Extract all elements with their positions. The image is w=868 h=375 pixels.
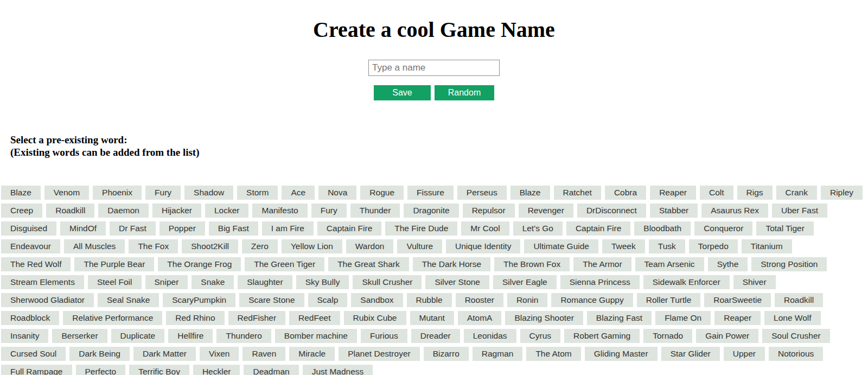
word-chip[interactable]: Rigs — [737, 186, 773, 200]
word-chip[interactable]: Locker — [205, 204, 249, 218]
word-chip[interactable]: Leonidas — [464, 329, 516, 343]
word-chip[interactable]: Planet Destroyer — [339, 347, 419, 361]
word-chip[interactable]: Bomber machine — [275, 329, 357, 343]
word-chip[interactable]: Red Rhino — [166, 311, 224, 325]
word-chip[interactable]: The Purple Bear — [74, 257, 154, 271]
word-chip[interactable]: Sandbox — [351, 293, 403, 307]
word-chip[interactable]: Wardon — [346, 239, 394, 253]
word-chip[interactable]: Perseus — [457, 186, 507, 200]
word-chip[interactable]: Heckler — [193, 365, 240, 375]
word-chip[interactable]: Revenger — [519, 204, 573, 218]
word-chip[interactable]: Tusk — [649, 239, 685, 253]
word-chip[interactable]: The Green Tiger — [245, 257, 324, 271]
word-chip[interactable]: Scare Stone — [239, 293, 304, 307]
word-chip[interactable]: Snake — [192, 275, 234, 289]
word-chip[interactable]: Sky Bully — [296, 275, 349, 289]
word-chip[interactable]: Stabber — [650, 204, 698, 218]
word-chip[interactable]: Terrific Boy — [129, 365, 189, 375]
word-chip[interactable]: RoarSweetie — [704, 293, 771, 307]
word-chip[interactable]: Reaper — [650, 186, 696, 200]
word-chip[interactable]: Cyrus — [520, 329, 560, 343]
word-chip[interactable]: Asaurus Rex — [701, 204, 768, 218]
word-chip[interactable]: Dark Matter — [133, 347, 196, 361]
word-chip[interactable]: Just Madness — [303, 365, 373, 375]
word-chip[interactable]: Conqueror — [694, 221, 752, 236]
word-chip[interactable]: DrDisconnect — [577, 204, 646, 218]
word-chip[interactable]: Unique Identity — [446, 239, 520, 253]
word-chip[interactable]: Skull Crusher — [353, 275, 422, 289]
word-chip[interactable]: RedFisher — [228, 311, 286, 325]
word-chip[interactable]: Storm — [237, 186, 278, 200]
word-chip[interactable]: Rubix Cube — [344, 311, 406, 325]
word-chip[interactable]: Steel Foil — [88, 275, 142, 289]
word-chip[interactable]: Shiver — [733, 275, 776, 289]
word-chip[interactable]: Dreader — [411, 329, 460, 343]
save-button[interactable]: Save — [374, 85, 431, 100]
word-chip[interactable]: Rogue — [360, 186, 404, 200]
word-chip[interactable]: Ronin — [507, 293, 548, 307]
word-chip[interactable]: Blaze — [1, 186, 41, 200]
word-chip[interactable]: Shadow — [184, 186, 233, 200]
word-chip[interactable]: Disguised — [1, 221, 56, 236]
word-chip[interactable]: The Armor — [573, 257, 631, 271]
word-chip[interactable]: Insanity — [1, 329, 48, 343]
word-chip[interactable]: Mutant — [410, 311, 454, 325]
word-chip[interactable]: Tornado — [643, 329, 692, 343]
word-chip[interactable]: Sienna Princess — [560, 275, 640, 289]
word-chip[interactable]: Rooster — [456, 293, 503, 307]
word-chip[interactable]: Bizarro — [424, 347, 469, 361]
word-chip[interactable]: Roller Turtle — [637, 293, 701, 307]
word-chip[interactable]: Miracle — [289, 347, 335, 361]
word-chip[interactable]: Captain Fire — [317, 221, 381, 236]
word-chip[interactable]: Relative Performance — [63, 311, 162, 325]
word-chip[interactable]: Sidewalk Enforcer — [643, 275, 730, 289]
word-chip[interactable]: Phoenix — [93, 186, 142, 200]
word-chip[interactable]: Ratchet — [554, 186, 601, 200]
word-chip[interactable]: All Muscles — [64, 239, 125, 253]
word-chip[interactable]: Blazing Fast — [587, 311, 652, 325]
word-chip[interactable]: Zero — [242, 239, 278, 253]
word-chip[interactable]: Reaper — [714, 311, 761, 325]
name-input[interactable] — [368, 60, 500, 76]
word-chip[interactable]: The Brown Fox — [494, 257, 570, 271]
word-chip[interactable]: Total Tiger — [756, 221, 814, 236]
word-chip[interactable]: The Red Wolf — [1, 257, 71, 271]
word-chip[interactable]: ScaryPumpkin — [163, 293, 235, 307]
word-chip[interactable]: Robert Gaming — [564, 329, 640, 343]
word-chip[interactable]: Duplicate — [111, 329, 165, 343]
word-chip[interactable]: The Great Shark — [328, 257, 409, 271]
word-chip[interactable]: Ultimate Guide — [524, 239, 598, 253]
word-chip[interactable]: Blazing Shooter — [505, 311, 583, 325]
word-chip[interactable]: MindOf — [60, 221, 106, 236]
word-chip[interactable]: Manifesto — [252, 204, 307, 218]
word-chip[interactable]: Daemon — [98, 204, 149, 218]
word-chip[interactable]: Thundero — [216, 329, 271, 343]
word-chip[interactable]: Stream Elements — [1, 275, 84, 289]
word-chip[interactable]: Sherwood Gladiator — [1, 293, 94, 307]
word-chip[interactable]: Shoot2Kill — [182, 239, 238, 253]
word-chip[interactable]: Dragonite — [404, 204, 458, 218]
word-chip[interactable]: The Fire Dude — [385, 221, 457, 236]
word-chip[interactable]: Ripley — [821, 186, 863, 200]
word-chip[interactable]: Venom — [44, 186, 89, 200]
word-chip[interactable]: Big Fast — [209, 221, 258, 236]
random-button[interactable]: Random — [435, 85, 494, 100]
word-chip[interactable]: Vulture — [397, 239, 442, 253]
word-chip[interactable]: Gain Power — [696, 329, 758, 343]
word-chip[interactable]: The Fox — [129, 239, 178, 253]
word-chip[interactable]: Fissure — [407, 186, 454, 200]
word-chip[interactable]: Silver Eagle — [493, 275, 557, 289]
word-chip[interactable]: Silver Stone — [425, 275, 489, 289]
word-chip[interactable]: Ace — [282, 186, 315, 200]
word-chip[interactable]: The Atom — [526, 347, 580, 361]
word-chip[interactable]: Roadkill — [46, 204, 94, 218]
word-chip[interactable]: Fury — [311, 204, 347, 218]
word-chip[interactable]: Flame On — [655, 311, 711, 325]
word-chip[interactable]: Deadman — [244, 365, 298, 375]
word-chip[interactable]: Raven — [242, 347, 285, 361]
word-chip[interactable]: Let's Go — [513, 221, 563, 236]
word-chip[interactable]: RedFeet — [289, 311, 340, 325]
word-chip[interactable]: Cursed Soul — [1, 347, 66, 361]
word-chip[interactable]: Romance Guppy — [551, 293, 633, 307]
word-chip[interactable]: Perfecto — [76, 365, 126, 375]
